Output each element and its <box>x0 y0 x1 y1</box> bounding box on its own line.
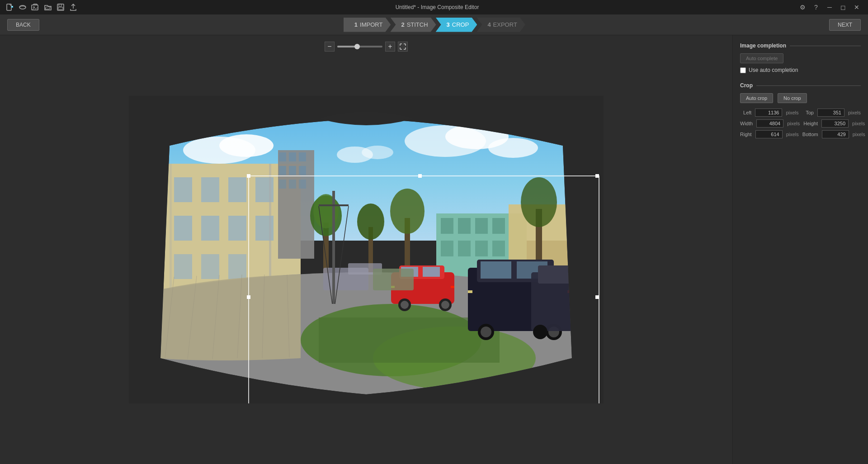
fullscreen-button[interactable] <box>398 42 408 52</box>
new-panorama-icon[interactable] <box>18 3 27 12</box>
use-auto-completion-label[interactable]: Use auto completion <box>749 67 798 73</box>
svg-rect-35 <box>299 152 306 161</box>
right-label: Right <box>740 132 752 137</box>
step-stitch-num: 2 <box>401 21 404 28</box>
left-label: Left <box>740 110 751 115</box>
wizard-bar: BACK 1 IMPORT 2 STITCH 3 CROP 4 EXPORT N… <box>0 14 868 35</box>
svg-point-77 <box>441 301 449 309</box>
crop-title: Crop <box>740 82 861 89</box>
crop-handle-tl[interactable] <box>247 174 250 178</box>
svg-point-92 <box>533 325 547 339</box>
step-stitch-label: STITCH <box>407 21 428 28</box>
canvas-area: − + <box>0 35 732 464</box>
width-value-input[interactable] <box>756 119 783 128</box>
step-import-label: IMPORT <box>360 21 382 28</box>
zoom-slider[interactable] <box>337 46 382 47</box>
no-crop-button[interactable]: No crop <box>778 93 807 103</box>
svg-point-16 <box>362 146 393 159</box>
svg-point-56 <box>357 204 384 240</box>
wizard-steps: 1 IMPORT 2 STITCH 3 CROP 4 EXPORT <box>344 18 525 32</box>
crop-left-row: Left pixels Top pixels <box>740 109 861 117</box>
bottom-value-input[interactable] <box>822 130 849 138</box>
svg-rect-43 <box>441 218 453 234</box>
svg-point-85 <box>481 327 491 337</box>
svg-rect-33 <box>279 152 286 161</box>
crop-handle-mr[interactable] <box>595 295 599 299</box>
svg-rect-48 <box>458 241 471 256</box>
step-stitch[interactable]: 2 STITCH <box>390 18 436 32</box>
svg-rect-88 <box>468 290 472 293</box>
top-value-input[interactable] <box>817 109 844 117</box>
next-button[interactable]: NEXT <box>829 19 861 31</box>
svg-rect-82 <box>481 261 511 279</box>
svg-rect-21 <box>228 177 246 202</box>
auto-complete-button[interactable]: Auto complete <box>740 53 783 63</box>
back-button[interactable]: BACK <box>7 19 39 31</box>
minimize-button[interactable]: ─ <box>824 3 835 12</box>
width-label: Width <box>740 121 753 126</box>
svg-rect-39 <box>279 180 286 189</box>
step-crop[interactable]: 3 CROP <box>436 18 477 32</box>
restore-button[interactable]: ◻ <box>837 3 849 12</box>
svg-rect-23 <box>174 216 192 241</box>
height-label: Height <box>803 121 818 126</box>
svg-point-58 <box>390 189 425 234</box>
bottom-label: Bottom <box>802 132 818 137</box>
svg-rect-96 <box>373 269 414 290</box>
use-auto-completion-checkbox[interactable] <box>740 67 746 73</box>
publish-icon[interactable] <box>69 3 78 12</box>
step-export-label: EXPORT <box>493 21 517 28</box>
zoom-bar: − + <box>325 42 408 52</box>
crop-handle-tc[interactable] <box>418 174 422 178</box>
right-value-input[interactable] <box>755 130 783 138</box>
help-button[interactable]: ? <box>810 3 822 12</box>
step-import[interactable]: 1 IMPORT <box>344 18 391 32</box>
width-unit: pixels <box>787 121 800 126</box>
step-export-num: 4 <box>487 21 491 28</box>
zoom-in-button[interactable]: + <box>385 42 395 52</box>
svg-rect-20 <box>201 177 219 202</box>
image-completion-section: Image completion Auto complete Use auto … <box>740 43 861 73</box>
close-button[interactable]: ✕ <box>851 3 863 12</box>
auto-crop-button[interactable]: Auto crop <box>740 93 773 103</box>
right-panel: Image completion Auto complete Use auto … <box>732 35 868 464</box>
crop-handle-tr[interactable] <box>595 174 599 178</box>
step-export[interactable]: 4 EXPORT <box>476 18 525 32</box>
app-title: Untitled* - Image Composite Editor <box>396 4 479 10</box>
top-unit: pixels <box>848 110 861 115</box>
step-crop-num: 3 <box>447 21 450 28</box>
svg-rect-24 <box>201 216 219 241</box>
panorama-image <box>129 96 604 403</box>
window-buttons: ⚙ ? ─ ◻ ✕ <box>797 3 863 12</box>
zoom-out-button[interactable]: − <box>325 42 335 52</box>
svg-rect-38 <box>299 166 306 175</box>
svg-rect-37 <box>289 166 296 175</box>
svg-rect-73 <box>423 267 440 277</box>
main-area: − + <box>0 35 868 464</box>
svg-rect-46 <box>492 218 505 234</box>
svg-rect-34 <box>289 152 296 161</box>
svg-rect-47 <box>441 241 453 256</box>
top-label: Top <box>802 110 814 115</box>
svg-rect-7 <box>58 7 63 9</box>
settings-button[interactable]: ⚙ <box>797 3 808 12</box>
svg-rect-36 <box>279 166 286 175</box>
svg-rect-50 <box>492 241 505 256</box>
svg-rect-79 <box>451 286 454 288</box>
svg-rect-97 <box>332 191 335 304</box>
save-project-icon[interactable] <box>56 3 65 12</box>
left-value-input[interactable] <box>755 109 782 117</box>
step-crop-label: CROP <box>452 21 469 28</box>
titlebar: Untitled* - Image Composite Editor ⚙ ? ─… <box>0 0 868 14</box>
new-project-icon[interactable] <box>5 3 14 12</box>
crop-handle-ml[interactable] <box>247 295 250 299</box>
bottom-unit: pixels <box>853 132 865 137</box>
step-import-num: 1 <box>354 21 358 28</box>
crop-right-row: Right pixels Bottom pixels <box>740 130 861 138</box>
import-photos-icon[interactable] <box>31 3 40 12</box>
panorama-container <box>0 35 732 464</box>
height-value-input[interactable] <box>821 119 849 128</box>
open-project-icon[interactable] <box>43 3 52 12</box>
svg-point-60 <box>521 177 557 227</box>
crop-fields: Left pixels Top pixels Width pixels Heig… <box>740 109 861 138</box>
